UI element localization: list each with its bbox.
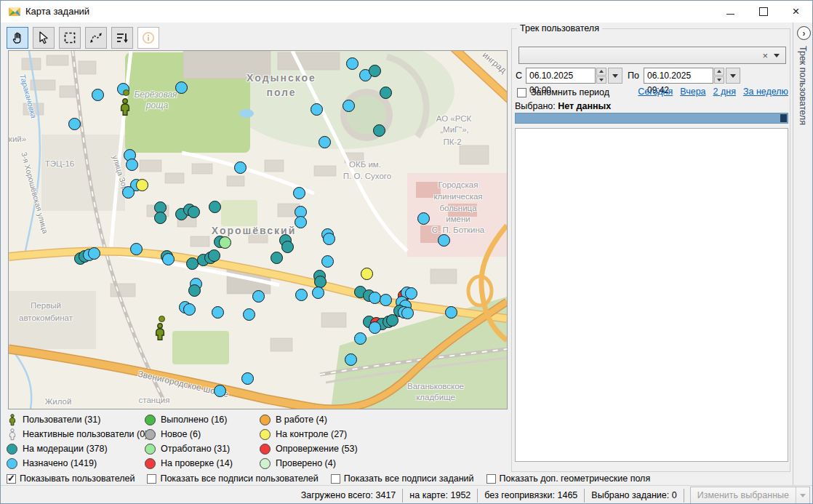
task-marker[interactable]: [188, 284, 201, 297]
task-marker[interactable]: [445, 306, 457, 319]
task-marker[interactable]: [188, 206, 200, 218]
option-checkbox[interactable]: [147, 474, 156, 484]
task-marker[interactable]: [212, 306, 224, 319]
task-marker[interactable]: [293, 187, 305, 199]
map-canvas[interactable]: кий»3-я Хорошёвская улицаТаракановкаТЭЦ-…: [8, 50, 508, 409]
task-marker[interactable]: [252, 290, 265, 303]
task-marker[interactable]: [126, 159, 138, 171]
task-marker[interactable]: [323, 233, 335, 245]
title-bar[interactable]: Карта заданий ×: [1, 1, 812, 23]
to-spinner[interactable]: [714, 68, 724, 84]
user-marker[interactable]: [119, 98, 132, 119]
edit-selected-button[interactable]: Изменить выбранные: [690, 487, 810, 504]
task-marker[interactable]: [162, 253, 175, 265]
chevron-down-icon: [800, 494, 806, 497]
info-tool-button[interactable]: [137, 27, 159, 49]
display-option[interactable]: Показывать пользователей: [7, 473, 135, 484]
minimize-button[interactable]: [714, 1, 747, 22]
task-marker[interactable]: [295, 289, 308, 301]
quick-period-link[interactable]: Сегодня: [638, 87, 673, 97]
quick-period-link[interactable]: 2 дня: [713, 87, 736, 97]
option-checkbox[interactable]: [331, 474, 340, 484]
edit-selected-dropdown[interactable]: [796, 487, 809, 503]
task-marker[interactable]: [271, 252, 283, 264]
chevron-down-icon[interactable]: [774, 54, 780, 57]
quick-period-link[interactable]: За неделю: [743, 87, 788, 97]
task-marker[interactable]: [380, 87, 392, 99]
task-marker[interactable]: [136, 179, 148, 191]
task-marker[interactable]: [405, 287, 417, 300]
map-marker-layer: [9, 51, 507, 409]
to-datetime-input[interactable]: 06.10.2025 09:42: [644, 68, 713, 84]
status-circle-icon: [145, 415, 156, 425]
task-marker[interactable]: [68, 118, 81, 130]
task-marker[interactable]: [243, 308, 255, 321]
maximize-button[interactable]: [747, 1, 780, 22]
task-marker[interactable]: [312, 287, 324, 299]
task-marker[interactable]: [295, 216, 307, 228]
quick-period-link[interactable]: Вчера: [680, 87, 705, 97]
task-marker[interactable]: [373, 124, 385, 137]
task-marker[interactable]: [343, 100, 355, 112]
task-marker[interactable]: [208, 249, 220, 262]
status-circle-icon: [145, 444, 156, 455]
side-tab-strip: › Трек пользователя: [793, 23, 813, 485]
task-marker[interactable]: [369, 321, 381, 334]
from-spinner[interactable]: [596, 68, 606, 84]
task-marker[interactable]: [369, 65, 381, 77]
to-calendar-button[interactable]: [726, 68, 740, 84]
task-marker[interactable]: [354, 332, 367, 345]
user-combobox[interactable]: ×: [518, 47, 786, 64]
task-marker[interactable]: [241, 372, 254, 385]
task-marker[interactable]: [386, 314, 399, 327]
clear-icon[interactable]: ×: [762, 51, 768, 60]
task-marker[interactable]: [438, 234, 450, 247]
select-tool-button[interactable]: [33, 27, 55, 49]
task-marker[interactable]: [122, 186, 135, 199]
task-marker[interactable]: [346, 57, 359, 70]
task-marker[interactable]: [186, 257, 199, 270]
polygon-select-tool-button[interactable]: [85, 27, 107, 49]
task-marker[interactable]: [314, 276, 327, 288]
panel-expander-button[interactable]: ›: [797, 26, 811, 40]
task-marker[interactable]: [183, 303, 196, 316]
display-option[interactable]: Показать доп. геометрические поля: [486, 473, 651, 484]
track-list[interactable]: [515, 128, 788, 462]
from-datetime-input[interactable]: 06.10.2025 00:00: [526, 68, 596, 84]
rect-select-tool-button[interactable]: [59, 27, 81, 49]
task-marker[interactable]: [380, 294, 392, 306]
task-marker[interactable]: [209, 201, 221, 213]
track-progress-bar[interactable]: [515, 113, 788, 124]
display-option[interactable]: Показать все подписи пользователей: [147, 473, 318, 484]
task-marker[interactable]: [345, 353, 357, 366]
task-marker[interactable]: [154, 212, 167, 224]
task-marker[interactable]: [219, 236, 231, 249]
track-progress-handle[interactable]: [780, 114, 787, 122]
task-marker[interactable]: [214, 385, 226, 397]
option-checkbox[interactable]: [7, 474, 16, 484]
from-calendar-button[interactable]: [608, 68, 622, 84]
task-marker[interactable]: [92, 89, 104, 101]
sort-tool-button[interactable]: [111, 27, 133, 49]
pan-tool-button[interactable]: [7, 27, 28, 49]
user-marker[interactable]: [153, 323, 167, 343]
task-marker[interactable]: [361, 268, 373, 280]
user-dot-marker[interactable]: [123, 89, 129, 96]
remember-period-checkbox[interactable]: [517, 88, 526, 97]
side-tab-label[interactable]: Трек пользователя: [798, 46, 808, 125]
user-dot-marker[interactable]: [159, 316, 165, 322]
task-marker[interactable]: [401, 307, 414, 319]
task-marker[interactable]: [281, 241, 294, 253]
task-marker[interactable]: [369, 292, 381, 304]
task-marker[interactable]: [130, 243, 143, 255]
option-checkbox[interactable]: [486, 474, 496, 484]
task-marker[interactable]: [319, 136, 331, 148]
task-marker[interactable]: [321, 255, 334, 268]
task-marker[interactable]: [234, 161, 247, 174]
close-button[interactable]: ×: [780, 1, 812, 22]
task-marker[interactable]: [311, 103, 323, 116]
display-option[interactable]: Показать все подписи заданий: [331, 473, 474, 484]
task-marker[interactable]: [88, 247, 100, 260]
task-marker[interactable]: [175, 81, 188, 94]
task-marker[interactable]: [417, 212, 430, 225]
